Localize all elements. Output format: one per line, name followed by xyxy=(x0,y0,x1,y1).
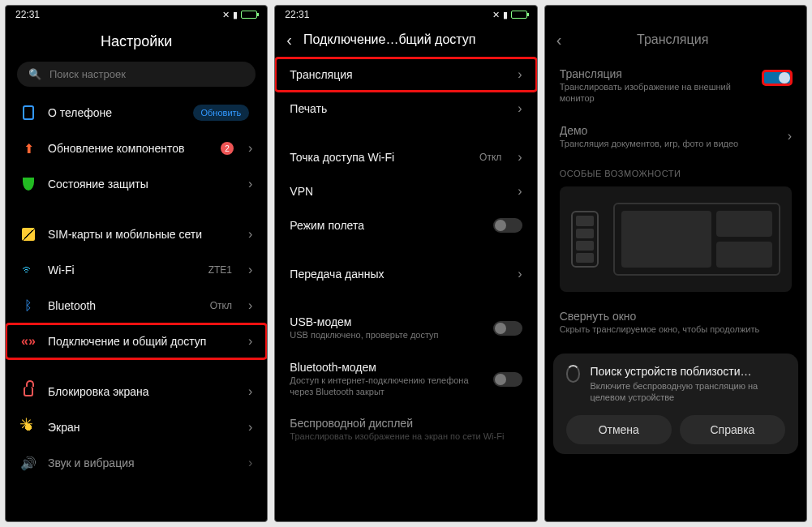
row-bt-tether[interactable]: Bluetooth-модем Доступ к интернет-подклю… xyxy=(275,351,536,408)
bt-tether-toggle[interactable] xyxy=(493,372,522,387)
chevron-right-icon: › xyxy=(248,227,252,242)
update-count-badge: 2 xyxy=(221,142,234,155)
chevron-right-icon: › xyxy=(518,267,522,281)
search-subtitle: Включите беспроводную трансляцию на целе… xyxy=(590,380,785,404)
lock-icon xyxy=(24,387,33,396)
row-usb-tether[interactable]: USB-модем USB подключено, проверьте дост… xyxy=(275,306,536,351)
header: ‹ Трансляция xyxy=(545,24,806,58)
phone-icon xyxy=(23,105,34,120)
back-button[interactable]: ‹ xyxy=(556,32,562,48)
chevron-right-icon: › xyxy=(248,334,252,349)
row-minimize-window[interactable]: Свернуть окно Скрыть транслируемое окно,… xyxy=(545,300,806,345)
row-demo[interactable]: Демо Трансляция документов, игр, фото и … xyxy=(545,114,806,160)
row-display[interactable]: Экран › xyxy=(6,409,267,445)
row-component-updates[interactable]: ⬆ Обновление компонентов 2 › xyxy=(6,131,267,166)
usb-tether-toggle[interactable] xyxy=(493,321,522,336)
signal-icon: ▮ xyxy=(503,10,508,20)
cast-toggle[interactable] xyxy=(763,71,792,85)
spinner-icon xyxy=(566,365,581,383)
row-wifi[interactable]: ᯤ Wi-Fi ZTE1 › xyxy=(6,252,267,288)
cast-phone-icon xyxy=(571,211,599,268)
shield-icon xyxy=(23,178,34,191)
statusbar: 22:31 ✕ ▮ xyxy=(275,6,536,24)
row-bluetooth[interactable]: ᛒ Bluetooth Откл › xyxy=(6,288,267,323)
row-connection-sharing[interactable]: «» Подключение и общий доступ › xyxy=(6,323,267,359)
section-special: ОСОБЫЕ ВОЗМОЖНОСТИ xyxy=(545,159,806,182)
row-airplane-mode[interactable]: Режим полета xyxy=(275,208,536,242)
row-sim-networks[interactable]: SIM-карты и мобильные сети › xyxy=(6,216,267,252)
screen-connection-sharing: 22:31 ✕ ▮ ‹ Подключение…бщий доступ Тран… xyxy=(274,5,537,522)
search-devices-card: Поиск устройств поблизости… Включите бес… xyxy=(553,353,798,454)
cast-illustration xyxy=(560,186,792,292)
row-about-phone[interactable]: О телефоне Обновить xyxy=(6,95,267,131)
chevron-right-icon: › xyxy=(518,101,522,116)
chevron-right-icon: › xyxy=(248,141,252,156)
row-print[interactable]: Печать › xyxy=(275,92,536,126)
back-button[interactable]: ‹ xyxy=(286,32,292,48)
screen-cast: ‹ Трансляция Трансляция Транслировать из… xyxy=(544,5,807,522)
chevron-right-icon: › xyxy=(788,129,792,144)
page-title: Настройки xyxy=(6,24,267,62)
statusbar: 22:31 ✕ ▮ xyxy=(6,6,267,24)
page-title: Подключение…бщий доступ xyxy=(303,32,526,47)
header: ‹ Подключение…бщий доступ xyxy=(275,24,536,58)
signal-icon: ▮ xyxy=(233,10,238,20)
chevron-right-icon: › xyxy=(248,420,252,435)
row-data-transfer[interactable]: Передача данных › xyxy=(275,257,536,291)
chevron-right-icon: › xyxy=(518,184,522,199)
status-time: 22:31 xyxy=(15,9,40,20)
update-pill[interactable]: Обновить xyxy=(193,105,250,121)
row-cast[interactable]: Трансляция › xyxy=(275,58,536,92)
wifi-value: ZTE1 xyxy=(208,264,232,276)
arrow-up-icon: ⬆ xyxy=(20,140,37,156)
chevron-right-icon: › xyxy=(248,263,252,277)
chevron-right-icon: › xyxy=(248,177,252,191)
status-time: 22:31 xyxy=(285,9,309,20)
search-placeholder: Поиск настроек xyxy=(49,68,126,80)
row-wireless-display[interactable]: Беспроводной дисплей Транслировать изобр… xyxy=(275,407,536,452)
cancel-button[interactable]: Отмена xyxy=(566,415,672,444)
speaker-icon: 🔊 xyxy=(20,455,37,471)
row-security-status[interactable]: Состояние защиты › xyxy=(6,166,267,202)
search-icon: 🔍 xyxy=(28,68,41,80)
row-hotspot[interactable]: Точка доступа Wi-Fi Откл › xyxy=(275,140,536,174)
row-sound[interactable]: 🔊 Звук и вибрация › xyxy=(6,445,267,481)
bluetooth-value: Откл xyxy=(210,300,232,311)
page-title: Трансляция xyxy=(573,32,772,47)
search-title: Поиск устройств поблизости… xyxy=(590,365,785,378)
chevron-right-icon: › xyxy=(518,67,522,82)
battery-icon xyxy=(511,11,527,19)
statusbar xyxy=(545,6,806,24)
settings-search[interactable]: 🔍 Поиск настроек xyxy=(17,62,256,87)
sun-icon xyxy=(23,422,34,433)
battery-icon xyxy=(241,11,257,19)
row-cast-toggle[interactable]: Трансляция Транслировать изображение на … xyxy=(545,58,806,114)
chevron-right-icon: › xyxy=(248,456,252,470)
sim-icon xyxy=(22,228,35,241)
row-vpn[interactable]: VPN › xyxy=(275,174,536,208)
chevron-right-icon: › xyxy=(248,384,252,399)
share-icon: «» xyxy=(20,333,37,349)
dnd-icon: ✕ xyxy=(492,10,500,20)
cast-screen-icon xyxy=(613,203,780,276)
chevron-right-icon: › xyxy=(518,150,522,165)
airplane-toggle[interactable] xyxy=(493,218,522,233)
chevron-right-icon: › xyxy=(248,298,252,313)
dnd-icon: ✕ xyxy=(222,10,230,20)
row-lock-screen[interactable]: Блокировка экрана › xyxy=(6,374,267,409)
bluetooth-icon: ᛒ xyxy=(20,298,37,314)
hotspot-value: Откл xyxy=(479,152,501,163)
wifi-icon: ᯤ xyxy=(20,262,37,278)
screen-settings: 22:31 ✕ ▮ Настройки 🔍 Поиск настроек О т… xyxy=(5,5,268,522)
help-button[interactable]: Справка xyxy=(680,415,785,444)
